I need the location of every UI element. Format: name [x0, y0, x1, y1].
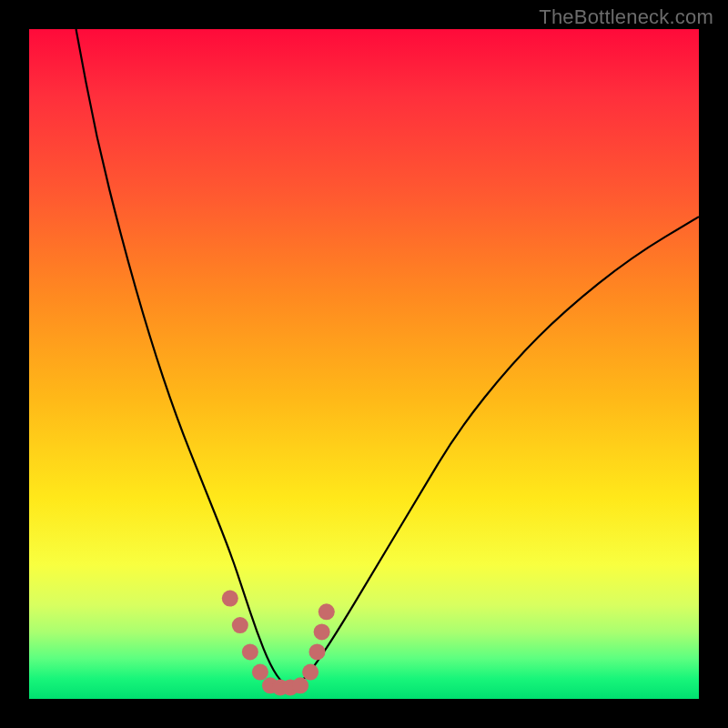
highlight-marker — [232, 617, 248, 633]
highlight-marker — [302, 664, 318, 681]
highlight-marker — [222, 591, 238, 607]
highlight-marker — [252, 664, 268, 681]
watermark-text: TheBottleneck.com — [539, 5, 713, 29]
bottleneck-curve — [76, 29, 699, 685]
highlight-marker — [292, 677, 308, 693]
highlight-marker — [308, 643, 325, 660]
highlight-marker — [242, 643, 258, 660]
highlight-marker — [314, 623, 330, 640]
curve-layer — [29, 29, 699, 699]
plot-area — [29, 29, 699, 699]
chart-stage: TheBottleneck.com — [0, 0, 728, 728]
highlight-marker — [318, 603, 335, 620]
highlight-markers — [222, 591, 335, 696]
